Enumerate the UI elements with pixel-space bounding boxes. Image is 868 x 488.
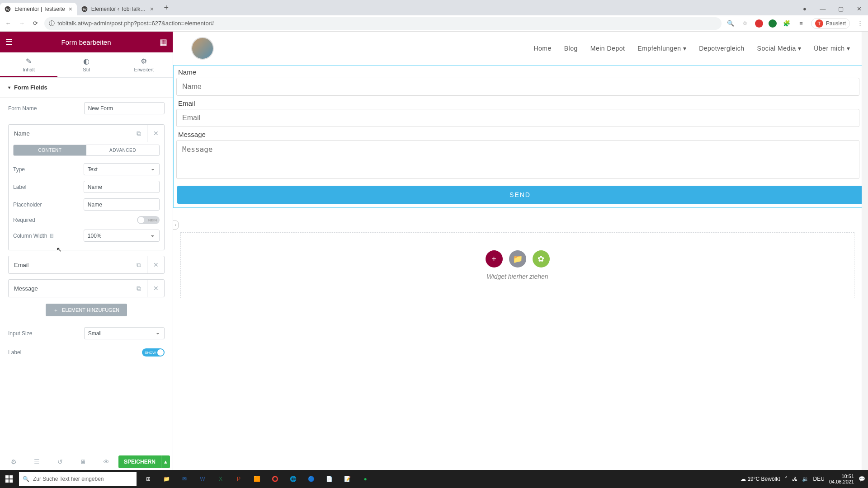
nav-blog[interactable]: Blog [564, 45, 578, 52]
tray-chevron-icon[interactable]: ˄ [785, 476, 788, 482]
browser-tab-1[interactable]: W Elementor ‹ TobiTalk — WordPre × [77, 3, 158, 15]
browser-tab-0[interactable]: W Elementor | Testseite × [0, 3, 77, 15]
send-button[interactable]: SEND [177, 186, 863, 204]
clock[interactable]: 10:51 04.08.2021 [829, 474, 854, 484]
input-size-select[interactable]: Small [84, 327, 165, 339]
spotify-icon[interactable]: ● [356, 470, 374, 488]
add-section-button[interactable]: + [486, 250, 503, 267]
search-icon: 🔍 [23, 476, 29, 482]
colwidth-select[interactable]: 100% [84, 230, 160, 242]
language-indicator[interactable]: DEU [813, 476, 825, 482]
word-icon[interactable]: W [193, 470, 212, 488]
chrome-icon[interactable]: 🌐 [284, 470, 302, 488]
elementor-canvas[interactable]: ‹ Home Blog Mein Depot Empfehlungen ▾ De… [173, 32, 868, 470]
repeater-header[interactable]: Message ⧉ ✕ [9, 280, 164, 297]
add-template-button[interactable]: 📁 [509, 250, 526, 267]
responsive-icon[interactable]: 🖥 [49, 233, 54, 239]
extensions-menu-icon[interactable]: 🧩 [782, 19, 791, 28]
nav-forward[interactable]: → [17, 19, 26, 28]
notifications-icon[interactable]: 💬 [859, 476, 865, 482]
excel-icon[interactable]: X [212, 470, 230, 488]
profile-button[interactable]: T Pausiert [811, 18, 850, 29]
nav-social-media[interactable]: Social Media ▾ [757, 45, 802, 52]
navigator-icon[interactable]: ☰ [26, 453, 48, 470]
volume-icon[interactable]: 🔉 [802, 476, 809, 482]
nav-depotvergleich[interactable]: Depotvergleich [699, 45, 744, 52]
extension-icon[interactable] [769, 19, 777, 28]
inner-tab-content[interactable]: CONTENT [14, 145, 86, 155]
site-logo[interactable] [191, 37, 214, 60]
control-type: Type Text [13, 160, 160, 178]
nav-back[interactable]: ← [4, 19, 13, 28]
duplicate-icon[interactable]: ⧉ [130, 256, 147, 273]
form-widget[interactable]: Name Email Message SEND [173, 65, 865, 208]
email-input[interactable] [176, 109, 859, 127]
control-label: Placeholder [13, 202, 79, 208]
panel-widgets-icon[interactable]: ▦ [160, 37, 167, 47]
nav-empfehlungen[interactable]: Empfehlungen ▾ [637, 45, 686, 52]
settings-icon[interactable]: ⚙ [3, 453, 25, 470]
new-tab-button[interactable]: + [160, 1, 173, 14]
app-icon[interactable]: 📄 [320, 470, 338, 488]
save-options-icon[interactable]: ▴ [161, 455, 170, 468]
inner-tab-advanced[interactable]: ADVANCED [86, 145, 159, 155]
preview-icon[interactable]: 👁 [95, 453, 118, 470]
window-maximize[interactable]: ▢ [832, 2, 850, 15]
close-icon[interactable]: × [69, 5, 72, 13]
task-view-icon[interactable]: ⊞ [139, 470, 157, 488]
reading-list-icon[interactable]: ≡ [797, 19, 806, 28]
extension-icon[interactable] [755, 19, 763, 28]
label-switch[interactable]: SHOW [142, 348, 165, 357]
responsive-icon[interactable]: 🖥 [72, 453, 94, 470]
app-icon[interactable]: 📝 [338, 470, 356, 488]
save-button[interactable]: SPEICHERN ▴ [118, 455, 170, 468]
network-icon[interactable]: 🖧 [792, 476, 797, 482]
repeater-header[interactable]: Email ⧉ ✕ [9, 256, 164, 273]
add-envato-button[interactable]: ✿ [533, 250, 550, 267]
message-input[interactable] [176, 140, 859, 179]
site-header: Home Blog Mein Depot Empfehlungen ▾ Depo… [173, 32, 868, 65]
taskbar-search[interactable]: 🔍 Zur Suche Text hier eingeben [19, 472, 137, 486]
name-input[interactable] [176, 78, 859, 96]
repeater-header[interactable]: Name ⧉ ✕ [9, 125, 164, 142]
required-switch[interactable]: NEIN [137, 216, 160, 224]
vertical-scrollbar[interactable] [862, 32, 868, 470]
window-minimize[interactable]: — [814, 2, 832, 15]
close-icon[interactable]: × [150, 5, 154, 13]
powerpoint-icon[interactable]: P [230, 470, 248, 488]
collapse-panel-button[interactable]: ‹ [173, 221, 179, 230]
address-bar[interactable]: ⓘ tobitalk.at/wp-admin/post.php?post=627… [44, 17, 722, 30]
zoom-icon[interactable]: 🔍 [726, 19, 735, 28]
section-form-fields[interactable]: Form Fields [0, 78, 173, 98]
label-input[interactable] [84, 181, 160, 193]
add-item-button[interactable]: ＋ ELEMENT HINZUFÜGEN [46, 304, 127, 316]
tab-style[interactable]: ◐ Stil [57, 52, 115, 77]
nav-mein-depot[interactable]: Mein Depot [590, 45, 625, 52]
placeholder-input[interactable] [84, 198, 160, 211]
history-icon[interactable]: ↺ [49, 453, 71, 470]
nav-ueber-mich[interactable]: Über mich ▾ [814, 45, 850, 52]
app-icon[interactable]: 🟧 [248, 470, 266, 488]
form-name-input[interactable] [84, 102, 165, 114]
nav-home[interactable]: Home [533, 45, 551, 52]
edge-icon[interactable]: 🔵 [302, 470, 320, 488]
kebab-menu-icon[interactable]: ⋮ [855, 19, 864, 28]
start-button[interactable] [0, 470, 18, 488]
type-select[interactable]: Text [84, 163, 160, 175]
duplicate-icon[interactable]: ⧉ [130, 125, 147, 142]
window-close[interactable]: ✕ [850, 2, 868, 15]
weather-widget[interactable]: ☁ 19°C Bewölkt [741, 476, 780, 482]
panel-menu-icon[interactable]: ☰ [5, 37, 13, 47]
bookmark-icon[interactable]: ☆ [741, 19, 750, 28]
explorer-icon[interactable]: 📁 [157, 470, 175, 488]
remove-icon[interactable]: ✕ [147, 125, 164, 142]
remove-icon[interactable]: ✕ [147, 280, 164, 297]
empty-section[interactable]: + 📁 ✿ Widget hierher ziehen [180, 232, 854, 298]
tab-advanced[interactable]: ⚙ Erweitert [115, 52, 173, 77]
tab-content[interactable]: ✎ Inhalt [0, 52, 57, 77]
nav-reload[interactable]: ⟳ [31, 19, 40, 28]
app-icon[interactable]: ⭕ [266, 470, 284, 488]
remove-icon[interactable]: ✕ [147, 256, 164, 273]
outlook-icon[interactable]: ✉ [175, 470, 193, 488]
duplicate-icon[interactable]: ⧉ [130, 280, 147, 297]
